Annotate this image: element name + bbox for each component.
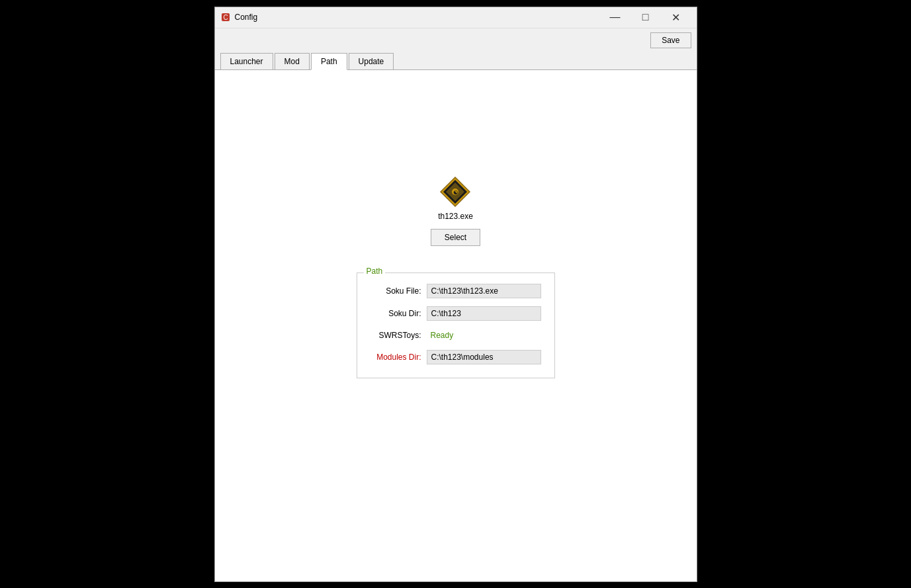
modules-dir-value: C:\th123\modules (427, 350, 541, 364)
path-group-legend: Path (364, 267, 386, 276)
soku-dir-value: C:\th123 (427, 306, 541, 321)
tab-launcher[interactable]: Launcher (220, 53, 273, 70)
file-icon-area: ☯ th123.exe Select (431, 176, 480, 262)
svg-text:☯: ☯ (453, 190, 458, 196)
window-controls: — □ ✕ (600, 7, 691, 28)
select-button[interactable]: Select (431, 229, 480, 246)
app-icon: C (220, 12, 231, 22)
svg-text:C: C (223, 14, 228, 21)
swrstoys-label: SWRSToys: (370, 331, 427, 340)
modules-dir-row: Modules Dir: C:\th123\modules (370, 350, 541, 364)
toolbar: Save (215, 28, 697, 52)
save-button[interactable]: Save (650, 32, 691, 48)
tab-path[interactable]: Path (311, 53, 347, 70)
file-name-label: th123.exe (438, 212, 473, 221)
soku-file-row: Soku File: C:\th123\th123.exe (370, 284, 541, 298)
tab-update[interactable]: Update (349, 53, 394, 70)
swrstoys-value: Ready (427, 329, 458, 342)
game-icon: ☯ (439, 176, 471, 208)
soku-file-value: C:\th123\th123.exe (427, 284, 541, 298)
swrstoys-row: SWRSToys: Ready (370, 329, 541, 342)
close-button[interactable]: ✕ (661, 7, 691, 28)
path-group: Path Soku File: C:\th123\th123.exe Soku … (357, 273, 555, 378)
main-window: C Config — □ ✕ Save Launcher Mod Path Up… (214, 7, 697, 582)
tab-bar: Launcher Mod Path Update (215, 52, 697, 70)
maximize-button[interactable]: □ (630, 7, 661, 28)
modules-dir-label: Modules Dir: (370, 353, 427, 362)
content-area: ☯ th123.exe Select Path Soku File: C:\th… (215, 70, 697, 581)
minimize-button[interactable]: — (600, 7, 630, 28)
title-bar: C Config — □ ✕ (215, 7, 697, 28)
soku-dir-row: Soku Dir: C:\th123 (370, 306, 541, 321)
soku-dir-label: Soku Dir: (370, 309, 427, 318)
soku-file-label: Soku File: (370, 286, 427, 296)
window-title: Config (235, 13, 600, 22)
tab-mod[interactable]: Mod (275, 53, 310, 70)
